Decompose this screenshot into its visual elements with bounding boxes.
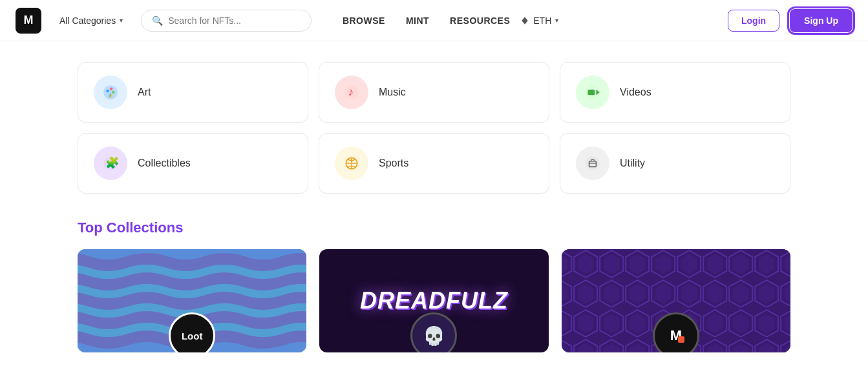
signup-button[interactable]: Sign Up bbox=[790, 9, 852, 32]
utility-label: Utility bbox=[620, 157, 645, 169]
all-categories-label: All Categories bbox=[59, 15, 116, 26]
collectibles-label: Collectibles bbox=[138, 157, 191, 169]
svg-text:♪: ♪ bbox=[348, 85, 354, 98]
loot-avatar-label: Loot bbox=[182, 330, 202, 341]
svg-rect-9 bbox=[587, 90, 595, 96]
m-avatar: M bbox=[653, 312, 699, 352]
box-icon bbox=[584, 155, 601, 172]
nav-browse[interactable]: BROWSE bbox=[343, 15, 385, 26]
collectibles-icon-wrap: 🧩 bbox=[94, 147, 127, 180]
video-icon bbox=[584, 84, 601, 101]
art-icon-wrap bbox=[94, 76, 127, 109]
palette-icon bbox=[102, 84, 119, 101]
svg-marker-0 bbox=[522, 17, 528, 25]
nav-mint[interactable]: MINT bbox=[406, 15, 429, 26]
logo[interactable]: M bbox=[16, 8, 41, 34]
section-title-static: Top bbox=[78, 219, 103, 236]
dreadfulz-title: DREADFULZ bbox=[360, 287, 508, 314]
videos-label: Videos bbox=[620, 86, 651, 98]
eth-chevron-icon: ▾ bbox=[555, 17, 558, 24]
collection-card-m[interactable]: M bbox=[562, 249, 790, 352]
music-label: Music bbox=[379, 86, 406, 98]
collection-card-loot[interactable]: Loot bbox=[78, 249, 306, 352]
videos-icon-wrap bbox=[576, 76, 609, 109]
search-bar: 🔍 bbox=[141, 10, 312, 32]
collection-card-dreadfulz[interactable]: DREADFULZ 💀 bbox=[319, 249, 548, 352]
collections-grid: Loot DREADFULZ 💀 bbox=[78, 249, 790, 352]
sports-icon-wrap bbox=[335, 147, 368, 180]
top-collections-section: Top Collections bbox=[78, 219, 790, 352]
music-icon-wrap: ♪ bbox=[335, 76, 368, 109]
basketball-icon bbox=[343, 155, 360, 172]
eth-icon bbox=[520, 16, 529, 25]
svg-point-2 bbox=[107, 90, 109, 92]
category-videos[interactable]: Videos bbox=[560, 62, 790, 123]
dreadfulz-avatar: 💀 bbox=[410, 312, 457, 352]
chevron-down-icon: ▾ bbox=[120, 17, 123, 24]
category-sports[interactable]: Sports bbox=[319, 133, 549, 194]
category-utility[interactable]: Utility bbox=[560, 133, 790, 194]
category-art[interactable]: Art bbox=[78, 62, 308, 123]
puzzle-icon: 🧩 bbox=[102, 155, 119, 172]
nav-links: BROWSE MINT RESOURCES bbox=[343, 15, 510, 26]
header: M All Categories ▾ 🔍 BROWSE MINT RESOURC… bbox=[0, 0, 868, 41]
eth-label: ETH bbox=[533, 15, 551, 26]
utility-icon-wrap bbox=[576, 147, 609, 180]
svg-point-3 bbox=[110, 87, 112, 90]
m-avatar-inner: M bbox=[670, 327, 682, 344]
search-icon: 🔍 bbox=[152, 15, 163, 26]
svg-point-4 bbox=[112, 91, 114, 94]
dreadfulz-avatar-icon: 💀 bbox=[423, 325, 445, 347]
all-categories-dropdown[interactable]: All Categories ▾ bbox=[52, 10, 131, 31]
sports-label: Sports bbox=[379, 157, 408, 169]
search-input[interactable] bbox=[168, 15, 301, 26]
svg-text:🧩: 🧩 bbox=[105, 156, 119, 170]
main-content: Art ♪ Music Videos bbox=[0, 41, 868, 373]
category-music[interactable]: ♪ Music bbox=[319, 62, 549, 123]
login-button[interactable]: Login bbox=[728, 10, 779, 32]
nav-resources[interactable]: RESOURCES bbox=[450, 15, 510, 26]
logo-letter: M bbox=[24, 14, 34, 27]
m-red-dot bbox=[678, 336, 684, 343]
section-title: Top Collections bbox=[78, 219, 790, 236]
category-collectibles[interactable]: 🧩 Collectibles bbox=[78, 133, 308, 194]
section-title-accent: Collections bbox=[107, 219, 184, 236]
music-icon: ♪ bbox=[343, 84, 360, 101]
logo-box: M bbox=[16, 8, 41, 34]
art-label: Art bbox=[138, 86, 151, 98]
loot-avatar: Loot bbox=[169, 312, 215, 352]
eth-selector[interactable]: ETH ▾ bbox=[520, 15, 558, 26]
categories-grid: Art ♪ Music Videos bbox=[78, 62, 790, 194]
